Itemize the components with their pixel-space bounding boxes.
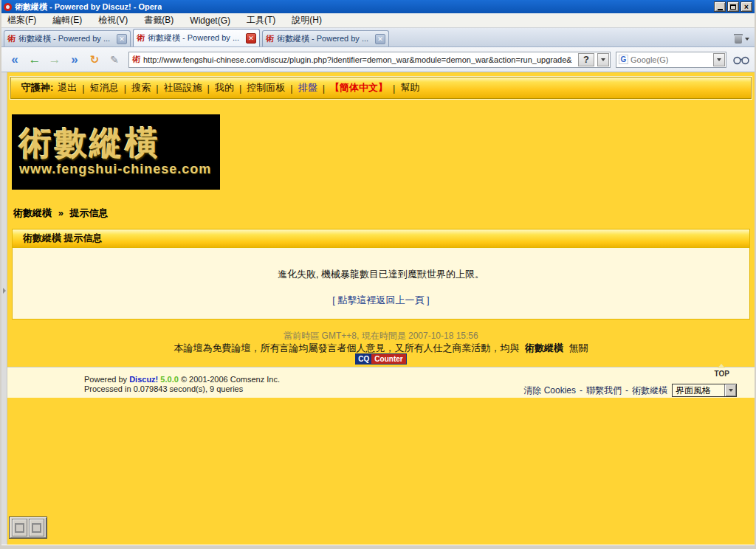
separator: - <box>625 385 628 396</box>
tab-favicon-icon: 術 <box>266 33 274 44</box>
notice-message: 進化失敗, 機械暴龍數目已達到魔獸世界的上限。 <box>13 268 749 281</box>
window-thumbnail-strip <box>9 517 47 539</box>
chevron-down-icon <box>729 389 733 392</box>
site-logo[interactable]: 術數縱橫 www.fengshui-chinese.com <box>12 114 220 190</box>
clear-cookies-link[interactable]: 清除 Cookies <box>523 384 576 397</box>
panel-toggle-icon[interactable] <box>3 288 6 294</box>
breadcrumb: 術數縱橫 » 提示信息 <box>13 207 108 220</box>
footer-links: 清除 Cookies - 聯繫我們 - 術數縱橫 界面風格 <box>523 384 737 397</box>
tab-label: 術數縱橫 - Powered by ... <box>277 33 372 44</box>
restore-button[interactable] <box>727 1 739 12</box>
tab-1[interactable]: 術 術數縱橫 - Powered by ... ✕ <box>4 30 131 46</box>
tab-3[interactable]: 術 術數縱橫 - Powered by ... ✕ <box>262 30 389 46</box>
cq-counter-left: CQ <box>356 354 371 364</box>
breadcrumb-root[interactable]: 術數縱橫 <box>13 207 52 218</box>
username-label: 守護神: <box>21 81 53 94</box>
user-nav-bar: 守護神: 退出 | 短消息 | 搜索 | 社區設施 | 我的 | 控制面板 | … <box>10 77 752 99</box>
tab-close-icon[interactable]: ✕ <box>117 34 127 44</box>
tab-label: 術數縱橫 - Powered by ... <box>18 33 114 44</box>
site-home-link[interactable]: 術數縱橫 <box>632 384 667 397</box>
google-icon: G <box>619 55 628 64</box>
discuz-version: 5.0.0 <box>160 375 178 384</box>
contact-us-link[interactable]: 聯繫我們 <box>586 384 622 397</box>
select-dropdown-button[interactable] <box>724 384 736 396</box>
nav-paipan[interactable]: 排盤 <box>298 81 317 94</box>
zoom-glasses-icon[interactable] <box>732 55 750 65</box>
tab-label: 術數縱橫 - Powered by ... <box>148 32 243 44</box>
note-pencil-button[interactable]: ✎ <box>106 51 123 69</box>
separator: | <box>207 83 210 94</box>
menu-edit[interactable]: 編輯(E) <box>52 14 82 27</box>
separator: | <box>124 83 126 94</box>
close-button[interactable]: × <box>740 1 752 12</box>
fast-forward-button[interactable]: » <box>66 51 83 69</box>
top-arrow-icon <box>718 364 725 368</box>
menu-bar: 檔案(F) 編輯(E) 檢視(V) 書籤(B) Widget(G) 工具(T) … <box>1 13 755 28</box>
chevron-down-icon <box>601 58 605 61</box>
cq-counter-badge[interactable]: CQ Counter <box>355 353 406 365</box>
browser-viewport: 守護神: 退出 | 短消息 | 搜索 | 社區設施 | 我的 | 控制面板 | … <box>1 72 755 545</box>
forward-button[interactable]: → <box>46 51 63 69</box>
reload-button[interactable]: ↻ <box>86 51 103 69</box>
address-favicon-icon: 術 <box>132 54 140 65</box>
close-icon: × <box>744 3 749 11</box>
nav-control-panel[interactable]: 控制面板 <box>247 81 285 94</box>
notice-box: 術數縱橫 提示信息 進化失敗, 機械暴龍數目已達到魔獸世界的上限。 [ 點擊這裡… <box>12 229 750 320</box>
tab-bar: 術 術數縱橫 - Powered by ... ✕ 術 術數縱橫 - Power… <box>1 28 755 47</box>
nav-simplified-chinese[interactable]: 【簡体中文】 <box>330 81 388 94</box>
powered-line: Powered by Discuz! 5.0.0 © 2001-2006 Com… <box>84 375 280 384</box>
separator: | <box>393 83 395 94</box>
panel-splitter[interactable] <box>1 72 7 545</box>
separator: - <box>580 385 583 396</box>
nav-my[interactable]: 我的 <box>215 81 234 94</box>
title-bar: 術數縱橫 - Powered by Discuz! - Opera × <box>1 0 755 13</box>
browser-window: 術數縱橫 - Powered by Discuz! - Opera × 檔案(F… <box>0 0 756 549</box>
notice-header: 術數縱橫 提示信息 <box>13 229 749 248</box>
site-logo-title: 術數縱橫 <box>19 125 213 161</box>
window-thumbnail-button[interactable] <box>29 519 44 536</box>
nav-messages[interactable]: 短消息 <box>90 81 119 94</box>
nav-help[interactable]: 幫助 <box>400 81 419 94</box>
top-link[interactable]: TOP <box>715 370 729 378</box>
back-button[interactable]: ← <box>26 51 44 69</box>
tab-close-icon[interactable]: ✕ <box>375 34 385 44</box>
back-link[interactable]: [ 點擊這裡返回上一頁 ] <box>332 294 429 307</box>
disclaimer-brand: 術數縱橫 <box>525 342 563 353</box>
minimize-icon <box>718 9 723 10</box>
url-input[interactable] <box>143 55 575 64</box>
disclaimer-pre: 本論壇為免費論壇，所有言論均屬發言者個人意見，又所有人仕之商業活動，均與 <box>173 342 519 353</box>
discuz-brand[interactable]: Discuz! <box>129 375 158 384</box>
menu-help[interactable]: 說明(H) <box>292 14 322 27</box>
minimize-button[interactable] <box>714 1 726 12</box>
menu-bookmarks[interactable]: 書籤(B) <box>144 14 173 27</box>
restore-icon <box>730 4 736 10</box>
tab-close-icon[interactable]: ✕ <box>246 33 256 44</box>
nav-logout[interactable]: 退出 <box>58 81 77 94</box>
search-dropdown-button[interactable] <box>713 53 725 66</box>
menu-tools[interactable]: 工具(T) <box>247 14 275 27</box>
style-select[interactable]: 界面風格 <box>672 384 737 397</box>
opera-icon <box>4 3 12 11</box>
address-help-button[interactable]: ? <box>578 53 594 66</box>
rewind-button[interactable]: « <box>6 51 24 69</box>
menu-view[interactable]: 檢視(V) <box>98 14 128 27</box>
footer-panel: TOP Powered by Discuz! 5.0.0 © 2001-2006… <box>7 367 755 398</box>
trash-dropdown-icon[interactable] <box>745 38 749 41</box>
disclaimer-post: 無關 <box>569 342 588 353</box>
separator: | <box>82 83 84 94</box>
breadcrumb-current: 提示信息 <box>69 207 108 218</box>
search-input[interactable] <box>630 55 711 64</box>
window-thumbnail-button[interactable] <box>12 519 27 536</box>
address-dropdown-button[interactable] <box>597 53 609 66</box>
nav-search[interactable]: 搜索 <box>131 81 151 94</box>
closed-tabs-trash-icon[interactable] <box>734 34 743 44</box>
tab-favicon-icon: 術 <box>7 33 16 44</box>
tab-2-active[interactable]: 術 術數縱橫 - Powered by ... ✕ <box>133 29 260 46</box>
processed-line: Processed in 0.079843 second(s), 9 queri… <box>84 384 280 394</box>
menu-file[interactable]: 檔案(F) <box>7 14 36 27</box>
status-bar <box>1 545 755 549</box>
window-title: 術數縱橫 - Powered by Discuz! - Opera <box>15 1 162 13</box>
nav-community[interactable]: 社區設施 <box>164 81 202 94</box>
site-logo-url: www.fengshui-chinese.com <box>19 162 213 177</box>
menu-widgets[interactable]: Widget(G) <box>190 15 230 26</box>
